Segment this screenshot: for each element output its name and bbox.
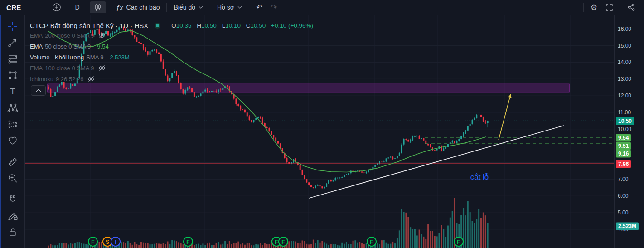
toolbar-separator (109, 3, 109, 12)
text-tool[interactable]: T (0, 83, 25, 100)
indicator-legend-row[interactable]: EMA100 close 0 SMA 9 (30, 63, 313, 73)
price-badge: 9.54 (616, 134, 631, 142)
forecast-icon (7, 119, 18, 130)
indicator-legend-row[interactable]: EMA200 close 0 SMA 9 (30, 30, 313, 41)
price-tick-label: 11.00 (618, 109, 631, 116)
toolbar-divider (5, 189, 19, 189)
drawing-mode-icon (7, 210, 18, 221)
chart-legend: CTCP Bất động sản Thế Kỷ · 1D · HSX O10.… (30, 21, 313, 84)
svg-text:F: F (457, 239, 460, 245)
svg-text:S: S (106, 239, 109, 245)
price-badge: 10.50 (616, 117, 634, 125)
drawing-mode-tool[interactable] (0, 208, 25, 224)
settings-button[interactable]: ⚙ (586, 1, 601, 13)
interval-button[interactable]: D (71, 1, 84, 13)
redo-button[interactable]: ↷ (266, 1, 281, 13)
indicator-name: Volume - Khối lượng (30, 54, 84, 61)
event-marker-F[interactable]: F (367, 237, 376, 246)
indicator-params: 200 close 0 SMA 9 (45, 32, 94, 39)
share-button[interactable] (623, 1, 639, 13)
event-marker-F[interactable]: F (279, 237, 288, 246)
toolbar-separator (583, 3, 584, 12)
magnet-icon (7, 194, 18, 205)
stop-loss-note[interactable]: cắt lỗ (470, 173, 489, 181)
event-marker-F[interactable]: F (454, 237, 463, 246)
toolbar-separator (45, 3, 45, 12)
price-tick-label: 6.00 (618, 193, 628, 199)
indicators-button[interactable]: ƒx Các chỉ báo (112, 1, 164, 13)
price-badge: 2.523M (616, 223, 639, 230)
price-tick-label: 5.00 (618, 209, 628, 216)
price-tick-label: 10.00 (618, 126, 631, 132)
price-tick-label: 14.00 (618, 59, 631, 65)
indicator-name: Ichimoku (30, 76, 53, 83)
pattern-tool[interactable] (0, 67, 25, 83)
price-badge: 7.96 (616, 160, 631, 168)
symbol-legend-row[interactable]: CTCP Bất động sản Thế Kỷ · 1D · HSX O10.… (30, 21, 313, 30)
emoji-heart-tool[interactable] (0, 132, 25, 149)
trend-line-icon (7, 37, 18, 48)
gear-icon: ⚙ (591, 3, 597, 12)
fullscreen-button[interactable] (601, 1, 617, 13)
pattern-icon (7, 70, 18, 81)
indicator-name: EMA (30, 32, 43, 39)
toolbar-divider (5, 151, 19, 151)
symbol-button[interactable]: CRE (5, 4, 21, 11)
price-tick-label: 15.00 (618, 43, 631, 49)
ruler-tool[interactable] (0, 154, 25, 170)
emoji-heart-icon (7, 135, 18, 146)
drawing-toolbar: T (0, 15, 25, 248)
chart-type-button[interactable] (90, 1, 106, 13)
indicator-legend-row[interactable]: EMA50 close 0 SMA 99.54 (30, 41, 313, 52)
profile-menu-button[interactable]: Hồ sơ (213, 1, 246, 13)
zoom-in-tool[interactable] (0, 170, 25, 186)
price-tick-label: 12.00 (618, 92, 631, 99)
supply-zone-rectangle[interactable] (48, 84, 569, 92)
target-arrow-drawing[interactable] (499, 98, 510, 140)
price-badge: 9.51 (616, 142, 631, 150)
eye-off-icon (98, 32, 106, 39)
toolbar-separator (249, 3, 249, 12)
fib-retracement-icon (7, 53, 18, 64)
fx-icon: ƒx (116, 4, 123, 11)
event-marker-F[interactable]: F (184, 237, 193, 246)
toolbar-separator (166, 3, 167, 12)
indicator-params: 9 26 52 26 (56, 76, 83, 83)
svg-text:F: F (275, 239, 278, 245)
compare-add-button[interactable] (48, 1, 65, 13)
xabcd-pattern-tool[interactable] (0, 100, 25, 116)
toolbar-separator (210, 3, 210, 12)
price-tick-label: 13.00 (618, 76, 631, 82)
fullscreen-icon (605, 4, 613, 11)
market-status-icon (155, 23, 160, 29)
magnet-tool[interactable] (0, 191, 25, 208)
chevron-down-icon (237, 6, 242, 9)
candlestick-icon (94, 3, 102, 11)
price-axis[interactable]: 16.0015.0014.0013.0012.0011.0010.007.006… (614, 15, 644, 248)
toolbar-right-group: ⚙ (581, 1, 639, 13)
top-toolbar: CRE D ƒx Các chỉ báo Biểu đồ (0, 0, 644, 15)
indicator-params: 50 close 0 SMA 9 (45, 43, 91, 50)
event-marker-I[interactable]: I (111, 237, 120, 246)
chart-menu-button[interactable]: Biểu đồ (169, 1, 207, 13)
crosshair-tool[interactable] (0, 18, 25, 34)
legend-collapse-button[interactable] (31, 85, 46, 96)
xabcd-pattern-icon (7, 102, 19, 113)
lock-drawings-tool[interactable] (0, 224, 25, 240)
price-tick-label: 7.00 (618, 176, 628, 182)
undo-button[interactable]: ↶ (252, 1, 266, 13)
fib-retracement-tool[interactable] (0, 51, 25, 67)
indicator-name: EMA (30, 43, 43, 50)
trend-line-tool[interactable] (0, 34, 25, 51)
eye-off-icon (87, 75, 95, 83)
indicator-legend-row[interactable]: Ichimoku9 26 52 26 (30, 73, 313, 84)
indicator-value: 9.54 (97, 43, 108, 50)
svg-text:T: T (10, 87, 15, 96)
partial-bottom-tool[interactable] (0, 240, 25, 248)
text-icon: T (7, 86, 18, 97)
trend-line-drawing[interactable] (309, 126, 564, 198)
indicator-legend-row[interactable]: Volume - Khối lượngSMA 92.523M (30, 52, 313, 63)
indicator-name: EMA (30, 65, 43, 72)
forecast-tool[interactable] (0, 116, 25, 132)
event-marker-F[interactable]: F (88, 237, 97, 246)
